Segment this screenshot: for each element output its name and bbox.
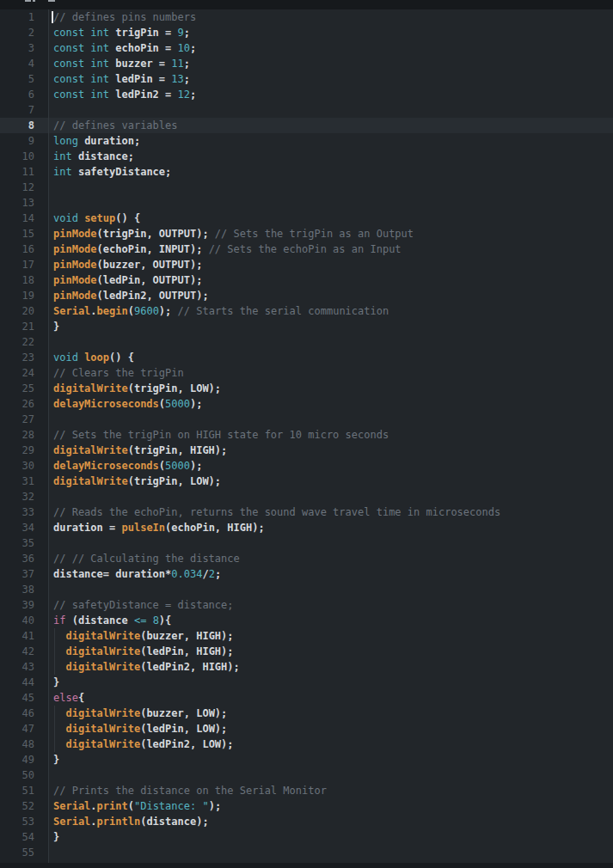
code-line-text[interactable]: [49, 535, 613, 551]
code-line-text[interactable]: // defines variables: [49, 118, 613, 133]
code-line[interactable]: 22: [0, 334, 613, 350]
code-line[interactable]: 11int safetyDistance;: [0, 164, 613, 180]
code-line[interactable]: 49}: [0, 752, 613, 767]
code-line[interactable]: 39// safetyDistance = distance;: [0, 597, 613, 613]
code-line[interactable]: 4const int buzzer = 11;: [0, 56, 613, 71]
code-line[interactable]: 52Serial.print("Distance: ");: [0, 798, 613, 814]
code-line-text[interactable]: const int buzzer = 11;: [49, 56, 613, 71]
code-line-text[interactable]: Serial.println(distance);: [49, 814, 613, 829]
code-line-text[interactable]: duration = pulseIn(echoPin, HIGH);: [49, 520, 613, 535]
code-line[interactable]: 44}: [0, 675, 613, 690]
code-line[interactable]: 6const int ledPin2 = 12;: [0, 87, 613, 102]
code-line[interactable]: 38: [0, 582, 613, 597]
code-line-text[interactable]: // // Calculating the distance: [49, 551, 613, 566]
code-line[interactable]: 41 digitalWrite(buzzer, HIGH);: [0, 628, 613, 644]
code-line-text[interactable]: [49, 102, 613, 118]
code-line-text[interactable]: pinMode(buzzer, OUTPUT);: [49, 257, 613, 272]
code-line[interactable]: 50: [0, 767, 613, 783]
code-line[interactable]: 17pinMode(buzzer, OUTPUT);: [0, 257, 613, 272]
code-line-text[interactable]: [49, 412, 613, 427]
code-line-text[interactable]: digitalWrite(trigPin, HIGH);: [49, 443, 613, 458]
code-line-text[interactable]: digitalWrite(trigPin, LOW);: [49, 381, 613, 396]
code-line-text[interactable]: Serial.begin(9600); // Starts the serial…: [49, 303, 613, 319]
code-line-text[interactable]: // Clears the trigPin: [49, 365, 613, 381]
code-line[interactable]: 20Serial.begin(9600); // Starts the seri…: [0, 303, 613, 319]
code-line[interactable]: 2const int trigPin = 9;: [0, 25, 613, 40]
code-line[interactable]: 13: [0, 195, 613, 211]
code-line[interactable]: 25digitalWrite(trigPin, LOW);: [0, 381, 613, 396]
code-line-text[interactable]: else{: [49, 690, 613, 706]
code-line-text[interactable]: int distance;: [49, 149, 613, 164]
code-line[interactable]: 40if (distance <= 8){: [0, 613, 613, 628]
code-line[interactable]: 15pinMode(trigPin, OUTPUT); // Sets the …: [0, 226, 613, 241]
code-line[interactable]: 36// // Calculating the distance: [0, 551, 613, 566]
code-line[interactable]: 30delayMicroseconds(5000);: [0, 458, 613, 474]
code-line-text[interactable]: }: [49, 752, 613, 767]
code-line[interactable]: 7: [0, 102, 613, 118]
code-line[interactable]: 32: [0, 489, 613, 504]
code-line[interactable]: 53Serial.println(distance);: [0, 814, 613, 829]
code-line[interactable]: 26delayMicroseconds(5000);: [0, 396, 613, 412]
code-line[interactable]: 29digitalWrite(trigPin, HIGH);: [0, 443, 613, 458]
code-line[interactable]: 8// defines variables: [0, 118, 613, 133]
code-line-text[interactable]: distance= duration*0.034/2;: [49, 566, 613, 582]
code-line-text[interactable]: }: [49, 675, 613, 690]
code-line-text[interactable]: digitalWrite(ledPin2, HIGH);: [49, 659, 613, 675]
code-line-text[interactable]: // safetyDistance = distance;: [49, 597, 613, 613]
code-line-text[interactable]: long duration;: [49, 133, 613, 149]
code-line-text[interactable]: digitalWrite(ledPin, LOW);: [49, 721, 613, 737]
code-line-text[interactable]: digitalWrite(ledPin, HIGH);: [49, 644, 613, 659]
code-line-text[interactable]: [49, 582, 613, 597]
code-line[interactable]: 21}: [0, 319, 613, 334]
code-line-text[interactable]: digitalWrite(trigPin, LOW);: [49, 474, 613, 489]
code-line[interactable]: 51// Prints the distance on the Serial M…: [0, 783, 613, 798]
code-line-text[interactable]: [49, 489, 613, 504]
code-line[interactable]: 37distance= duration*0.034/2;: [0, 566, 613, 582]
code-line-text[interactable]: }: [49, 319, 613, 334]
code-line[interactable]: 12: [0, 180, 613, 195]
code-line-text[interactable]: pinMode(trigPin, OUTPUT); // Sets the tr…: [49, 226, 613, 241]
code-line-text[interactable]: }: [49, 829, 613, 845]
code-line-text[interactable]: // Reads the echoPin, returns the sound …: [49, 504, 613, 520]
code-line[interactable]: 46 digitalWrite(buzzer, LOW);: [0, 706, 613, 721]
code-line[interactable]: 47 digitalWrite(ledPin, LOW);: [0, 721, 613, 737]
code-line[interactable]: 31digitalWrite(trigPin, LOW);: [0, 474, 613, 489]
code-line-text[interactable]: void setup() {: [49, 211, 613, 226]
code-line[interactable]: 9long duration;: [0, 133, 613, 149]
code-line-text[interactable]: const int ledPin = 13;: [49, 71, 613, 87]
code-line-text[interactable]: digitalWrite(buzzer, LOW);: [49, 706, 613, 721]
code-line[interactable]: 10int distance;: [0, 149, 613, 164]
code-line-text[interactable]: // Prints the distance on the Serial Mon…: [49, 783, 613, 798]
code-line-text[interactable]: pinMode(ledPin2, OUTPUT);: [49, 288, 613, 303]
code-line[interactable]: 33// Reads the echoPin, returns the soun…: [0, 504, 613, 520]
code-line[interactable]: 48 digitalWrite(ledPin2, LOW);: [0, 737, 613, 752]
code-line[interactable]: 42 digitalWrite(ledPin, HIGH);: [0, 644, 613, 659]
code-line-text[interactable]: [49, 334, 613, 350]
code-line-text[interactable]: digitalWrite(buzzer, HIGH);: [49, 628, 613, 644]
code-line[interactable]: 55: [0, 845, 613, 860]
code-line[interactable]: 24// Clears the trigPin: [0, 365, 613, 381]
code-line-text[interactable]: // defines pins numbers: [49, 9, 613, 25]
code-line-text[interactable]: delayMicroseconds(5000);: [49, 396, 613, 412]
code-line[interactable]: 34duration = pulseIn(echoPin, HIGH);: [0, 520, 613, 535]
code-line[interactable]: 5const int ledPin = 13;: [0, 71, 613, 87]
code-line-text[interactable]: const int trigPin = 9;: [49, 25, 613, 40]
code-line[interactable]: 16pinMode(echoPin, INPUT); // Sets the e…: [0, 241, 613, 257]
code-line[interactable]: 35: [0, 535, 613, 551]
code-line-text[interactable]: digitalWrite(ledPin2, LOW);: [49, 737, 613, 752]
code-line-text[interactable]: delayMicroseconds(5000);: [49, 458, 613, 474]
code-line-text[interactable]: pinMode(ledPin, OUTPUT);: [49, 272, 613, 288]
code-line-text[interactable]: [49, 845, 613, 860]
code-line[interactable]: 14void setup() {: [0, 211, 613, 226]
code-line[interactable]: 23void loop() {: [0, 350, 613, 365]
code-line[interactable]: 19pinMode(ledPin2, OUTPUT);: [0, 288, 613, 303]
code-line[interactable]: 45else{: [0, 690, 613, 706]
code-line[interactable]: 3const int echoPin = 10;: [0, 40, 613, 56]
code-line-text[interactable]: void loop() {: [49, 350, 613, 365]
code-line[interactable]: 27: [0, 412, 613, 427]
code-line-text[interactable]: Serial.print("Distance: ");: [49, 798, 613, 814]
code-line-text[interactable]: pinMode(echoPin, INPUT); // Sets the ech…: [49, 241, 613, 257]
code-line[interactable]: 28// Sets the trigPin on HIGH state for …: [0, 427, 613, 443]
code-line-text[interactable]: // Sets the trigPin on HIGH state for 10…: [49, 427, 613, 443]
code-line[interactable]: 54}: [0, 829, 613, 845]
